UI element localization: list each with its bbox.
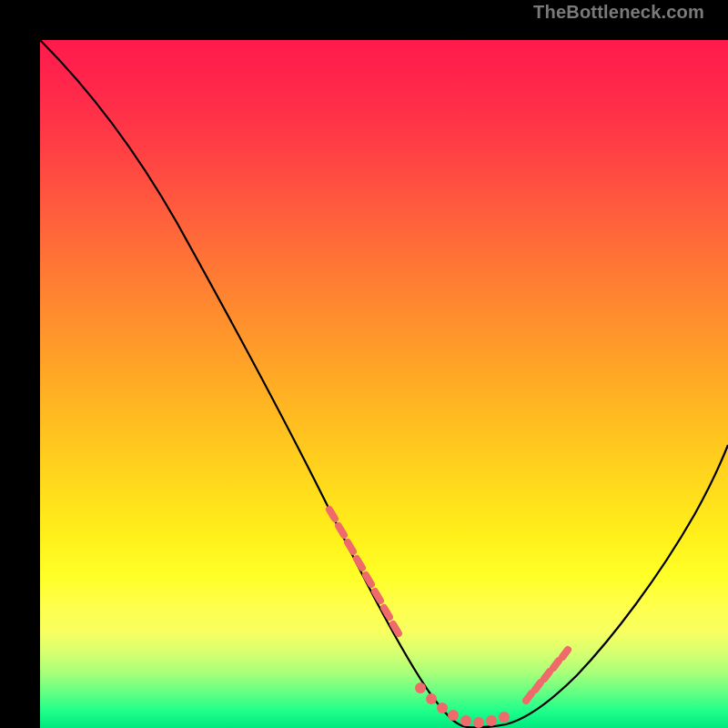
chart-frame — [0, 0, 728, 728]
bottleneck-curve-svg — [40, 40, 728, 728]
svg-point-11 — [448, 710, 459, 721]
svg-line-3 — [357, 559, 362, 568]
svg-line-2 — [348, 542, 353, 551]
svg-point-13 — [473, 717, 484, 728]
svg-line-19 — [553, 661, 559, 668]
svg-point-8 — [415, 682, 426, 693]
svg-line-4 — [366, 575, 371, 584]
svg-point-12 — [460, 715, 471, 726]
svg-line-6 — [384, 608, 389, 617]
watermark-text: TheBottleneck.com — [533, 2, 704, 23]
svg-point-10 — [437, 703, 448, 713]
marker-cluster-bottom — [415, 682, 510, 728]
bottleneck-curve — [40, 40, 728, 727]
svg-line-18 — [544, 672, 550, 679]
marker-cluster-left — [329, 510, 399, 633]
svg-point-14 — [486, 715, 497, 726]
marker-cluster-right — [526, 650, 568, 701]
svg-line-5 — [375, 592, 380, 601]
svg-line-0 — [329, 510, 335, 519]
svg-line-20 — [562, 650, 568, 657]
plot-area — [40, 40, 728, 728]
svg-point-15 — [499, 712, 510, 723]
svg-line-16 — [526, 693, 531, 701]
svg-line-1 — [339, 526, 344, 535]
svg-line-7 — [393, 624, 399, 633]
svg-line-17 — [535, 682, 541, 690]
svg-point-9 — [426, 693, 437, 704]
